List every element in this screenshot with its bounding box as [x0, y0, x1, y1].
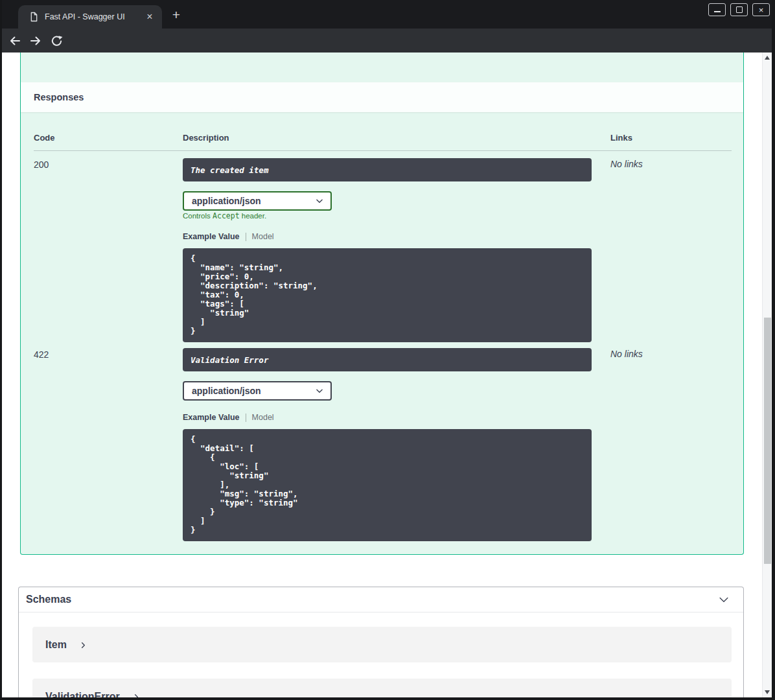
swagger-page: Responses Code Description Links 200 The…: [2, 52, 772, 697]
example-json-200: { "name": "string", "price": 0, "descrip…: [183, 248, 592, 342]
vertical-scrollbar[interactable]: [762, 52, 772, 697]
responses-section-header: Responses: [21, 82, 743, 112]
response-description-200: The created item: [183, 158, 592, 181]
response-code-422: 422: [34, 349, 49, 360]
links-value-200: No links: [610, 159, 643, 169]
schemas-title: Schemas: [26, 594, 71, 605]
chevron-down-icon: [315, 386, 324, 395]
schemas-section: Schemas Item ValidationError: [18, 587, 744, 700]
responses-title: Responses: [34, 92, 84, 102]
close-button[interactable]: ×: [752, 3, 770, 16]
minimize-button[interactable]: [708, 3, 726, 16]
scroll-down-arrow[interactable]: [765, 690, 770, 694]
browser-tab[interactable]: Fast API - Swagger UI ×: [18, 5, 162, 29]
example-json-422: { "detail": [ { "loc": [ "string" ], "ms…: [183, 429, 592, 541]
accept-header-note: Controls Accept header.: [183, 211, 266, 220]
tab-example-value[interactable]: Example Value: [183, 232, 240, 241]
schema-item-row[interactable]: Item: [32, 627, 732, 662]
tab-separator: [246, 414, 246, 422]
post-operation-block: Responses Code Description Links 200 The…: [20, 52, 744, 555]
tab-close-icon[interactable]: ×: [144, 12, 156, 22]
schema-item-label: Item: [45, 639, 67, 651]
example-model-tabs-200: Example Value Model: [183, 232, 274, 241]
table-header-divider: [34, 150, 732, 151]
response-description-422: Validation Error: [183, 348, 592, 371]
browser-toolbar: i 127.0.0.1:8000/docs ☆: [0, 29, 775, 52]
tab-bar: Fast API - Swagger UI × + ×: [0, 0, 775, 29]
window-controls: ×: [708, 3, 770, 16]
tab-title: Fast API - Swagger UI: [45, 12, 144, 21]
column-header-description: Description: [183, 133, 229, 143]
media-type-select-422[interactable]: application/json: [183, 381, 332, 401]
column-header-links: Links: [610, 133, 632, 143]
tab-example-value[interactable]: Example Value: [183, 413, 240, 422]
schemas-header[interactable]: Schemas: [19, 587, 743, 612]
tab-separator: [246, 233, 246, 241]
response-code-200: 200: [34, 159, 49, 170]
maximize-icon: [736, 6, 743, 13]
links-value-422: No links: [610, 349, 643, 359]
forward-button[interactable]: [29, 34, 43, 48]
back-button[interactable]: [8, 34, 22, 48]
scroll-up-arrow[interactable]: [765, 56, 770, 60]
minimize-icon: [714, 11, 721, 12]
chevron-down-icon[interactable]: [717, 593, 730, 609]
window-border: [772, 0, 775, 700]
scrollbar-thumb[interactable]: [764, 318, 771, 564]
window-border: [0, 697, 775, 700]
document-icon: [30, 12, 38, 22]
tab-model[interactable]: Model: [252, 232, 274, 241]
maximize-button[interactable]: [730, 3, 748, 16]
reload-button[interactable]: [49, 34, 64, 48]
chevron-right-icon: [80, 642, 87, 649]
column-header-code: Code: [34, 133, 55, 143]
media-type-select-200[interactable]: application/json: [183, 191, 332, 211]
example-model-tabs-422: Example Value Model: [183, 413, 274, 422]
window-border: [0, 0, 2, 700]
browser-window: Fast API - Swagger UI × + × i 127.0.0.1:…: [0, 0, 775, 700]
tab-model[interactable]: Model: [252, 413, 274, 422]
chevron-down-icon: [315, 196, 324, 205]
new-tab-button[interactable]: +: [168, 8, 184, 23]
close-icon: ×: [759, 6, 764, 14]
